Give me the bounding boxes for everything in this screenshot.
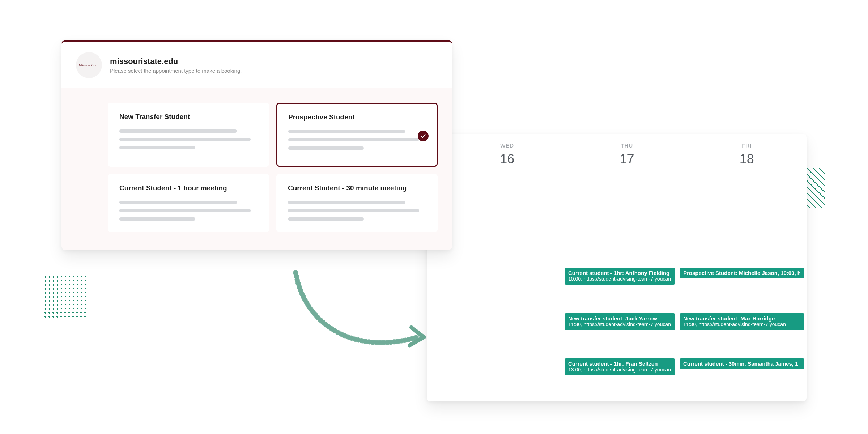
calendar-dow: THU xyxy=(567,142,686,149)
appointment-option-new-transfer[interactable]: New Transfer Student xyxy=(108,103,269,167)
calendar-dow: WED xyxy=(447,142,567,149)
event-detail: 13:00, https://student-advising-team-7.y… xyxy=(568,367,671,373)
placeholder-line xyxy=(288,209,419,212)
event-title: New transfer student: Max Harridge xyxy=(683,315,801,322)
event-title: Current student - 1hr: Fran Seltzen xyxy=(568,361,671,367)
appointment-option-title: Current Student - 1 hour meeting xyxy=(119,184,258,192)
selected-check-icon xyxy=(418,131,429,141)
appointment-options: New Transfer Student Prospective Student… xyxy=(61,88,452,250)
booking-panel: MissouriState missouristate.edu Please s… xyxy=(61,40,452,250)
placeholder-line xyxy=(119,201,237,204)
event-title: Prospective Student: Michelle Jason, 10:… xyxy=(683,270,801,276)
event-title: Current student - 1hr: Anthony Fielding xyxy=(568,270,671,276)
calendar-day-col-fri[interactable]: Prospective Student: Michelle Jason, 10:… xyxy=(677,174,807,401)
placeholder-line xyxy=(288,138,419,141)
calendar-event[interactable]: New transfer student: Max Harridge 11:30… xyxy=(680,313,804,330)
placeholder-line xyxy=(288,130,405,133)
calendar-day-header-fri[interactable]: FRI 18 xyxy=(687,134,807,174)
calendar-day-number: 18 xyxy=(687,152,807,167)
calendar-day-header-wed[interactable]: WED 16 xyxy=(447,134,567,174)
calendar-event[interactable]: Current student - 30min: Samantha James,… xyxy=(680,358,804,369)
event-detail: 11:30, https://student-advising-team-7.y… xyxy=(683,322,801,327)
appointment-option-title: New Transfer Student xyxy=(119,113,258,121)
calendar-dow: FRI xyxy=(687,142,807,149)
appointment-option-prospective[interactable]: Prospective Student xyxy=(276,103,438,167)
calendar-grid: Current student - 1hr: Anthony Fielding … xyxy=(427,174,807,401)
calendar-day-col-thu[interactable]: Current student - 1hr: Anthony Fielding … xyxy=(562,174,677,401)
placeholder-line xyxy=(119,146,195,149)
calendar-event[interactable]: New transfer student: Jack Yarrow 11:30,… xyxy=(565,313,675,330)
calendar-event[interactable]: Prospective Student: Michelle Jason, 10:… xyxy=(680,268,804,278)
placeholder-line xyxy=(119,129,237,133)
placeholder-line xyxy=(288,146,364,150)
appointment-option-title: Prospective Student xyxy=(288,113,426,121)
booking-title: missouristate.edu xyxy=(110,57,242,66)
calendar-day-number: 16 xyxy=(447,152,567,167)
event-title: New transfer student: Jack Yarrow xyxy=(568,315,671,322)
calendar-day-number: 17 xyxy=(567,152,686,167)
placeholder-line xyxy=(119,217,195,221)
org-logo: MissouriState xyxy=(76,52,102,78)
placeholder-line xyxy=(119,138,251,141)
appointment-option-current-30min[interactable]: Current Student - 30 minute meeting xyxy=(276,174,438,232)
calendar-event[interactable]: Current student - 1hr: Anthony Fielding … xyxy=(565,268,675,285)
booking-header: MissouriState missouristate.edu Please s… xyxy=(61,42,452,88)
placeholder-line xyxy=(288,201,405,204)
booking-subtitle: Please select the appointment type to ma… xyxy=(110,68,242,74)
decorative-dots xyxy=(43,275,87,318)
placeholder-line xyxy=(288,217,364,221)
placeholder-line xyxy=(119,209,251,212)
calendar-day-col-wed[interactable] xyxy=(447,174,562,401)
appointment-option-title: Current Student - 30 minute meeting xyxy=(288,184,426,192)
event-title: Current student - 30min: Samantha James,… xyxy=(683,361,801,367)
calendar-event[interactable]: Current student - 1hr: Fran Seltzen 13:0… xyxy=(565,358,675,375)
calendar-header: WED 16 THU 17 FRI 18 xyxy=(427,134,807,174)
event-detail: 11:30, https://student-advising-team-7.y… xyxy=(568,322,671,327)
calendar-day-header-thu[interactable]: THU 17 xyxy=(567,134,686,174)
org-logo-text: MissouriState xyxy=(79,64,99,67)
event-detail: 10:00, https://student-advising-team-7.y… xyxy=(568,276,671,282)
appointment-option-current-1hr[interactable]: Current Student - 1 hour meeting xyxy=(108,174,269,232)
calendar-panel: WED 16 THU 17 FRI 18 Current student - 1… xyxy=(427,134,807,401)
